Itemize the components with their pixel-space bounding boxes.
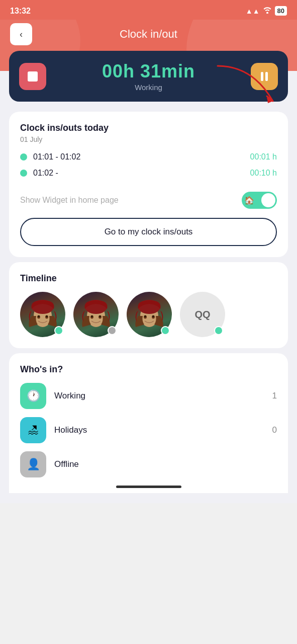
whos-in-title: Who's in?: [20, 364, 277, 375]
working-icon: 🕐: [20, 383, 46, 409]
status-dot: [20, 170, 27, 177]
home-indicator: [116, 486, 181, 488]
clock-time-1: 01:01 - 01:02: [33, 152, 80, 162]
svg-point-6: [46, 315, 48, 317]
back-button[interactable]: ‹: [10, 23, 32, 45]
timeline-section: Timeline: [9, 262, 288, 348]
avatar-status-green: [161, 326, 170, 335]
holidays-icon: 🏖: [20, 417, 46, 443]
pause-button[interactable]: [251, 63, 278, 90]
avatar-status-gray: [108, 326, 117, 335]
clock-section: Clock ins/outs today 01 July 01:01 - 01:…: [9, 112, 288, 257]
clock-entry-2: 01:02 - 00:10 h: [20, 169, 277, 178]
wifi-icon: [263, 7, 272, 15]
timeline-title: Timeline: [20, 273, 277, 284]
pause-icon: [261, 72, 268, 81]
svg-point-17: [144, 315, 146, 317]
working-label: Working: [54, 391, 264, 401]
whos-in-holidays[interactable]: 🏖 Holidays 0: [20, 417, 277, 443]
toggle-thumb: [261, 193, 275, 207]
whos-in-section: Who's in? 🕐 Working 1 🏖 Holidays 0 👤 Off…: [9, 353, 288, 493]
holidays-label: Holidays: [54, 425, 264, 435]
goto-label: Go to my clock ins/outs: [105, 227, 193, 237]
svg-point-12: [99, 315, 101, 317]
home-icon: 🏠: [244, 196, 254, 205]
svg-point-5: [38, 315, 40, 317]
clock-time-2: 01:02 -: [33, 169, 58, 178]
timer-display: 00h 31min: [102, 61, 195, 82]
working-count: 1: [272, 391, 277, 401]
avatar-status-green: [54, 326, 63, 335]
page-title: Clock in/out: [120, 28, 177, 41]
back-icon: ‹: [20, 29, 23, 40]
svg-point-18: [152, 315, 154, 317]
timeline-avatar-1[interactable]: [20, 292, 65, 337]
section-date: 01 July: [20, 135, 277, 143]
whos-in-working[interactable]: 🕐 Working 1: [20, 383, 277, 409]
clock-duration-2: 00:10 h: [250, 169, 277, 178]
time-display: 13:32: [10, 7, 31, 16]
section-title: Clock ins/outs today: [20, 123, 277, 133]
status-right: ▲▲ 80: [246, 6, 287, 16]
clock-duration-1: 00:01 h: [250, 152, 277, 162]
timeline-avatar-4[interactable]: QQ: [180, 292, 225, 337]
battery-icon: 80: [275, 6, 287, 16]
timer-label: Working: [102, 83, 195, 92]
stop-button[interactable]: [19, 63, 46, 90]
offline-icon: 👤: [20, 451, 46, 477]
timer-card: 00h 31min Working: [9, 51, 288, 102]
stop-icon: [28, 71, 38, 82]
timer-info: 00h 31min Working: [102, 61, 195, 92]
offline-label: Offline: [54, 459, 269, 469]
widget-toggle[interactable]: 🏠: [242, 192, 277, 209]
goto-clock-button[interactable]: Go to my clock ins/outs: [20, 218, 277, 246]
clock-entry-1: 01:01 - 01:02 00:01 h: [20, 152, 277, 162]
timeline-avatar-2[interactable]: [73, 292, 119, 337]
whos-in-offline[interactable]: 👤 Offline: [20, 451, 277, 477]
widget-label: Show Widget in home page: [20, 196, 119, 205]
signal-icon: ▲▲: [246, 7, 260, 15]
status-bar: 13:32 ▲▲ 80: [0, 0, 297, 20]
timeline-avatar-3[interactable]: [127, 292, 172, 337]
svg-point-11: [91, 315, 93, 317]
avatar-status-green: [214, 326, 223, 335]
main-content: 00h 31min Working Clock ins/outs today 0…: [0, 56, 297, 503]
status-dot: [20, 153, 27, 160]
timeline-avatars: QQ: [20, 292, 277, 337]
holidays-count: 0: [272, 425, 277, 435]
widget-row: Show Widget in home page 🏠: [20, 187, 277, 209]
